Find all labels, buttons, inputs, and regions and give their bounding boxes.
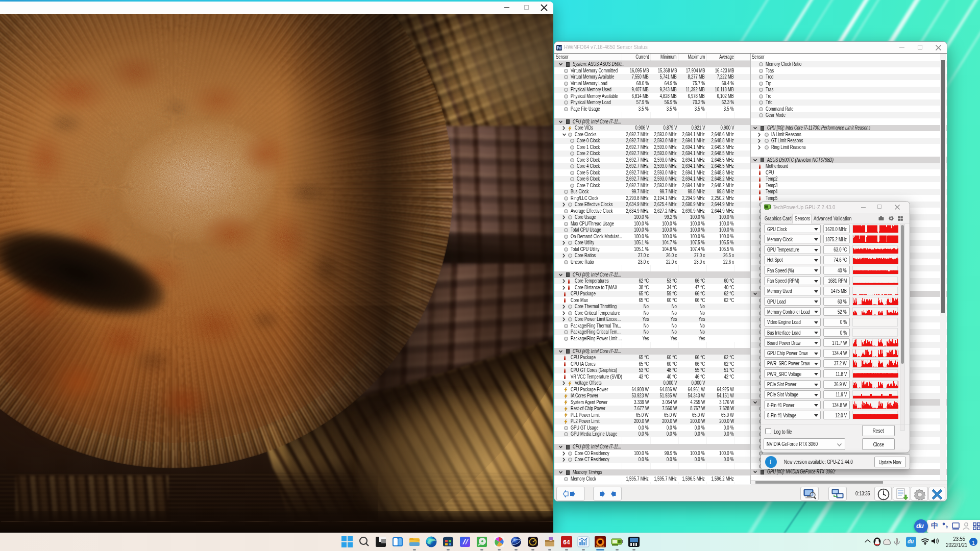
svg-text:64: 64 <box>563 539 570 546</box>
svg-text:FurMark: FurMark <box>596 545 605 548</box>
